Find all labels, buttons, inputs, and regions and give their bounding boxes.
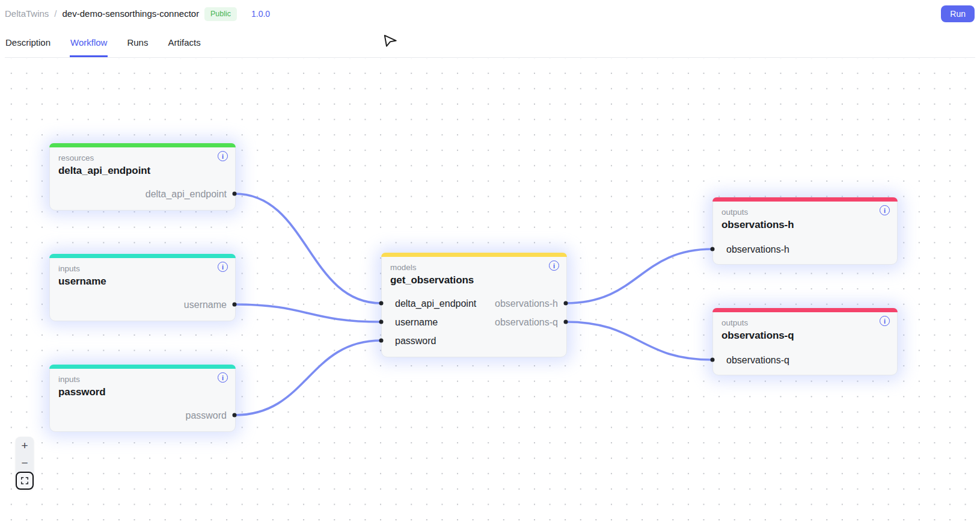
node-category: resources <box>58 153 227 162</box>
node-category: models <box>390 263 558 272</box>
zoom-out-button[interactable]: − <box>16 454 34 472</box>
breadcrumb-project-name: dev-demo-sensorthings-connector <box>63 8 200 19</box>
version-link[interactable]: 1.0.0 <box>251 9 270 19</box>
port-handle-models-out-observations-q[interactable] <box>564 320 568 324</box>
input-port-label: observations-h <box>726 240 789 259</box>
info-icon[interactable]: i <box>880 316 890 326</box>
node-output-observations-q[interactable]: outputs observations-q i observations-q <box>712 308 898 375</box>
port-handle-models-in-delta-api-endpoint[interactable] <box>379 301 384 306</box>
edge-delta-api-endpoint-to-models[interactable] <box>234 194 381 303</box>
edge-models-to-observations-h[interactable] <box>566 249 712 303</box>
tab-description[interactable]: Description <box>5 37 51 57</box>
node-accent-bar <box>49 143 236 147</box>
node-output-observations-h[interactable]: outputs observations-h i observations-h <box>712 197 898 265</box>
run-button[interactable]: Run <box>941 5 975 22</box>
output-port-label: username <box>184 295 227 314</box>
node-accent-bar <box>49 254 236 258</box>
edge-models-to-observations-q[interactable] <box>566 322 712 360</box>
port-handle-models-in-username[interactable] <box>379 320 384 324</box>
info-icon[interactable]: i <box>218 262 228 272</box>
input-port-label: delta_api_endpoint <box>395 294 476 313</box>
output-port-label: observations-h <box>495 294 558 313</box>
node-resources-delta-api-endpoint[interactable]: resources delta_api_endpoint i delta_api… <box>49 143 236 211</box>
app-header: DeltaTwins / dev-demo-sensorthings-conne… <box>0 0 980 58</box>
node-title: observations-h <box>721 219 889 231</box>
info-icon[interactable]: i <box>549 260 559 271</box>
node-title: observations-q <box>721 330 889 342</box>
node-title: username <box>58 276 227 288</box>
edge-password-to-models[interactable] <box>234 341 381 415</box>
node-title: delta_api_endpoint <box>58 165 227 177</box>
node-category: inputs <box>58 375 227 384</box>
tab-artifacts[interactable]: Artifacts <box>167 37 201 57</box>
tab-bar-divider <box>5 57 975 58</box>
output-port-label: delta_api_endpoint <box>145 185 227 203</box>
input-port-label: username <box>395 313 438 331</box>
node-category: outputs <box>721 318 889 327</box>
node-category: inputs <box>58 264 227 273</box>
port-handle-models-in-password[interactable] <box>379 339 384 343</box>
node-accent-bar <box>712 197 898 202</box>
node-model-get-observations[interactable]: models get_observations i delta_api_endp… <box>381 253 567 357</box>
workflow-canvas[interactable]: resources delta_api_endpoint i delta_api… <box>0 58 980 527</box>
port-handle-resources-out[interactable] <box>233 192 237 196</box>
canvas-controls: + − <box>16 437 34 490</box>
breadcrumb-root-link[interactable]: DeltaTwins <box>5 8 49 19</box>
tab-bar: Description Workflow Runs Artifacts <box>5 37 201 57</box>
node-category: outputs <box>721 208 889 217</box>
port-handle-password-out[interactable] <box>233 413 237 418</box>
node-input-username[interactable]: inputs username i username <box>49 254 236 321</box>
node-accent-bar <box>381 253 567 257</box>
node-accent-bar <box>712 308 898 312</box>
port-handle-username-out[interactable] <box>233 303 237 307</box>
visibility-badge: Public <box>204 7 237 21</box>
info-icon[interactable]: i <box>218 151 228 161</box>
input-port-label: observations-q <box>726 351 789 369</box>
port-handle-observations-h-in[interactable] <box>711 247 715 251</box>
output-port-label: password <box>186 406 227 425</box>
input-port-label: password <box>395 331 436 350</box>
output-port-label: observations-q <box>495 313 558 331</box>
tab-workflow[interactable]: Workflow <box>70 37 108 57</box>
tab-runs[interactable]: Runs <box>126 37 149 57</box>
zoom-in-button[interactable]: + <box>16 437 34 454</box>
node-title: password <box>58 386 227 398</box>
info-icon[interactable]: i <box>218 372 228 383</box>
node-accent-bar <box>49 365 236 369</box>
edge-username-to-models[interactable] <box>234 304 381 322</box>
fit-view-button[interactable] <box>16 472 34 490</box>
node-input-password[interactable]: inputs password i password <box>49 365 236 432</box>
breadcrumb-separator: / <box>54 8 57 19</box>
port-handle-observations-q-in[interactable] <box>711 358 715 362</box>
breadcrumb: DeltaTwins / dev-demo-sensorthings-conne… <box>5 8 199 19</box>
info-icon[interactable]: i <box>880 205 890 215</box>
fit-view-icon <box>20 476 29 485</box>
node-title: get_observations <box>390 274 558 286</box>
port-handle-models-out-observations-h[interactable] <box>564 301 568 306</box>
